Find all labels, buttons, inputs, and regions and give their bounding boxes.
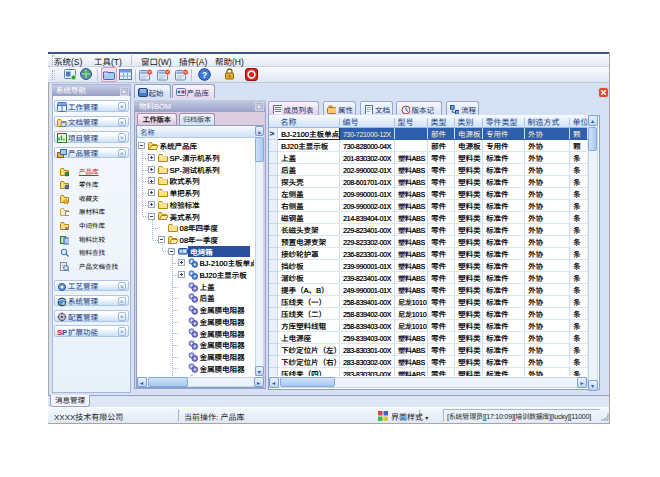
svg-text:P: P <box>62 328 67 337</box>
svg-text:?: ? <box>202 70 208 80</box>
